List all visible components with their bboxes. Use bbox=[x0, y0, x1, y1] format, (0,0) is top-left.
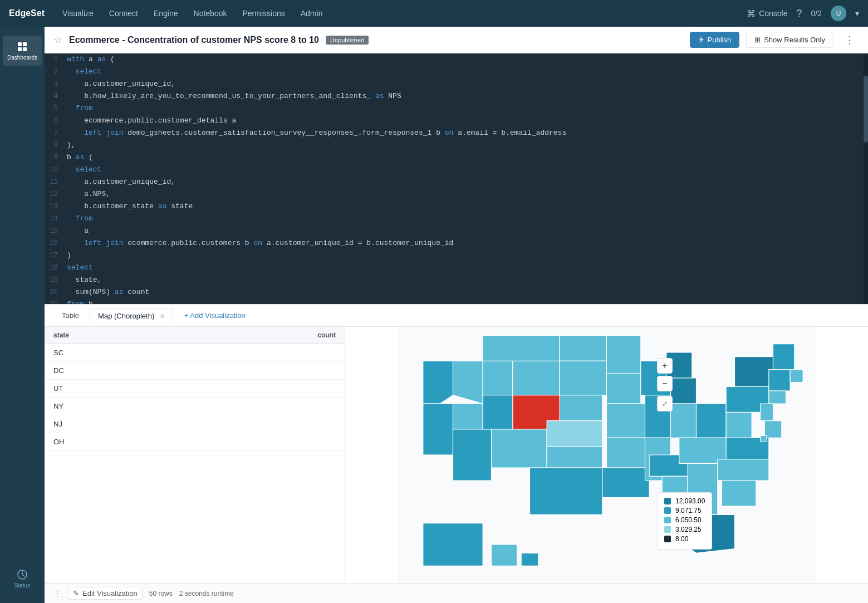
state-ne[interactable] bbox=[560, 395, 602, 421]
state-wa[interactable] bbox=[423, 361, 453, 404]
state-mo[interactable] bbox=[607, 404, 650, 438]
code-line-6: 6 ecommerce.public.customer_details a bbox=[45, 115, 868, 127]
show-results-button[interactable]: ⊞ Show Results Only bbox=[746, 32, 833, 48]
table-cell-state: OH bbox=[45, 433, 156, 451]
state-id[interactable] bbox=[483, 361, 513, 395]
state-de-md[interactable] bbox=[764, 421, 782, 438]
state-mi-lower[interactable] bbox=[671, 378, 697, 404]
sidebar-item-status[interactable]: Status bbox=[3, 563, 42, 594]
zoom-in-button[interactable]: + bbox=[657, 358, 673, 374]
state-hi-1[interactable] bbox=[492, 545, 517, 566]
state-dc[interactable] bbox=[761, 436, 767, 442]
state-ak[interactable] bbox=[423, 523, 483, 566]
sidebar-item-dashboards[interactable]: Dashboards bbox=[3, 36, 42, 66]
help-icon[interactable]: ? bbox=[797, 8, 802, 19]
table-cell-count bbox=[156, 380, 345, 398]
sidebar-item-status-label: Status bbox=[14, 582, 30, 589]
state-mt[interactable] bbox=[483, 335, 560, 361]
state-ny[interactable] bbox=[735, 357, 773, 387]
user-avatar[interactable]: U bbox=[831, 6, 846, 21]
state-ia[interactable] bbox=[607, 374, 641, 404]
nav-visualize[interactable]: Visualize bbox=[56, 6, 100, 21]
code-line-2: 2 select bbox=[45, 66, 868, 78]
code-line-10: 10 select bbox=[45, 164, 868, 176]
svg-rect-2 bbox=[18, 47, 22, 51]
state-nj[interactable] bbox=[761, 404, 773, 421]
results-content: state count SCDCUTNYNJOH + − ⤢ bbox=[45, 327, 868, 583]
nav-connect[interactable]: Connect bbox=[102, 6, 145, 21]
state-tx[interactable] bbox=[530, 468, 602, 514]
nav-notebook[interactable]: Notebook bbox=[187, 6, 234, 21]
legend-label-2: 9,071.75 bbox=[675, 507, 702, 514]
state-ut[interactable] bbox=[483, 395, 513, 429]
state-ct-ri[interactable] bbox=[769, 391, 786, 404]
state-nm[interactable] bbox=[492, 429, 547, 468]
edit-icon: ✎ bbox=[73, 589, 79, 597]
code-line-18: 18 select bbox=[45, 262, 868, 274]
state-oh[interactable] bbox=[697, 404, 727, 438]
publish-button[interactable]: ✈ Publish bbox=[690, 32, 740, 48]
more-options-icon[interactable]: ⋮ bbox=[53, 589, 61, 598]
legend-color-1 bbox=[664, 498, 671, 504]
code-line-17: 17 ) bbox=[45, 249, 868, 262]
table-row: UT bbox=[45, 380, 345, 398]
state-nd[interactable] bbox=[560, 335, 606, 361]
legend-label-5: 8.00 bbox=[675, 535, 688, 543]
table-row: NJ bbox=[45, 415, 345, 433]
add-visualization-button[interactable]: + Add Visualization bbox=[178, 309, 252, 322]
state-ma[interactable] bbox=[769, 370, 790, 391]
data-table-panel[interactable]: state count SCDCUTNYNJOH bbox=[45, 327, 345, 583]
table-row: NY bbox=[45, 398, 345, 415]
code-line-5: 5 from bbox=[45, 102, 868, 115]
usa-choropleth-map bbox=[345, 327, 868, 583]
data-table: state count SCDCUTNYNJOH bbox=[45, 327, 345, 451]
chevron-down-icon[interactable]: ▾ bbox=[855, 9, 859, 18]
tab-map-choropleth[interactable]: Map (Choropleth) ✕ bbox=[90, 308, 173, 324]
nav-engine[interactable]: Engine bbox=[147, 6, 185, 21]
legend-color-2 bbox=[664, 507, 671, 514]
tab-close-icon[interactable]: ✕ bbox=[160, 313, 165, 320]
results-tabs: Table Map (Choropleth) ✕ + Add Visualiza… bbox=[45, 305, 868, 327]
zoom-out-button[interactable]: − bbox=[657, 376, 673, 391]
nav-admin[interactable]: Admin bbox=[294, 6, 330, 21]
favorite-icon[interactable]: ☆ bbox=[53, 34, 62, 46]
legend-item-2: 9,071.75 bbox=[664, 507, 705, 514]
main-content: 1 with a as ( 2 select 3 a.customer_uniq… bbox=[45, 53, 868, 603]
table-cell-count bbox=[156, 433, 345, 451]
state-la[interactable] bbox=[602, 468, 649, 498]
state-nc[interactable] bbox=[718, 459, 769, 481]
table-row: DC bbox=[45, 362, 345, 380]
edit-visualization-button[interactable]: ✎ Edit Visualization bbox=[68, 587, 143, 600]
state-ok[interactable] bbox=[547, 447, 602, 468]
publish-icon: ✈ bbox=[698, 36, 704, 44]
state-sc[interactable] bbox=[722, 481, 756, 506]
state-wy[interactable] bbox=[513, 361, 560, 395]
tab-table[interactable]: Table bbox=[53, 307, 87, 323]
state-az[interactable] bbox=[453, 429, 492, 481]
state-ar[interactable] bbox=[607, 438, 650, 468]
more-options-icon[interactable]: ⋮ bbox=[840, 32, 859, 48]
table-cell-count bbox=[156, 398, 345, 415]
state-ks[interactable] bbox=[547, 421, 602, 447]
code-editor[interactable]: 1 with a as ( 2 select 3 a.customer_uniq… bbox=[45, 53, 868, 304]
legend-label-4: 3,029.25 bbox=[675, 526, 702, 533]
state-hi-2[interactable] bbox=[521, 553, 538, 566]
state-vt-nh[interactable] bbox=[773, 344, 795, 370]
runtime-label: 2 seconds runtime bbox=[179, 590, 234, 597]
state-ca[interactable] bbox=[423, 404, 453, 455]
state-in[interactable] bbox=[671, 404, 697, 438]
legend-item-4: 3,029.25 bbox=[664, 526, 705, 533]
top-nav-right: ⌘ Console ? 0/2 U ▾ bbox=[747, 6, 859, 21]
state-mn[interactable] bbox=[607, 335, 641, 374]
col-header-count: count bbox=[156, 327, 345, 344]
console-button[interactable]: ⌘ Console bbox=[747, 8, 787, 19]
svg-rect-1 bbox=[23, 42, 27, 46]
code-line-12: 12 a.NPS, bbox=[45, 188, 868, 200]
nav-permissions[interactable]: Permissions bbox=[236, 6, 291, 21]
state-sd[interactable] bbox=[560, 361, 606, 395]
secondary-toolbar: ☆ Ecommerce - Concentration of customer … bbox=[45, 27, 868, 53]
sidebar-bottom: Status bbox=[3, 563, 42, 594]
code-line-13: 13 b.customer_state as state bbox=[45, 200, 868, 213]
state-me[interactable] bbox=[790, 370, 803, 383]
fullscreen-button[interactable]: ⤢ bbox=[657, 396, 673, 411]
